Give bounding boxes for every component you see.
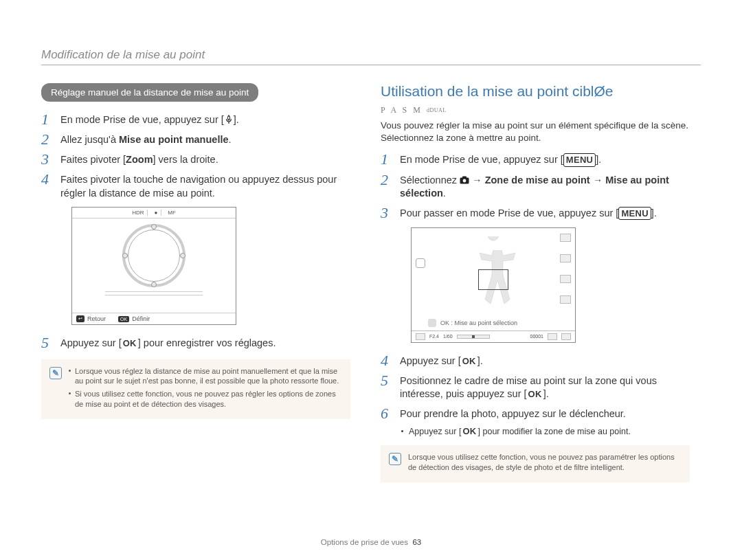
macro-icon (224, 115, 234, 124)
overlay-icon (416, 258, 425, 268)
step-number: 6 (381, 405, 393, 421)
step-number: 5 (41, 335, 54, 350)
svg-point-2 (463, 179, 466, 182)
camera-icon (460, 176, 469, 184)
ok-button-label: OK (461, 425, 477, 437)
step-5: 5 Appuyez sur [OK] pour enregistrer vos … (41, 335, 350, 350)
navigation-ring-icon (122, 224, 186, 287)
left-column: Réglage manuel de la distance de mise au… (41, 83, 350, 482)
step-number: 3 (381, 205, 393, 221)
sub-bullet: Appuyez sur [OK] pour modifier la zone d… (401, 425, 690, 437)
note-box: ✎ Lorsque vous utilisez cette fonction, … (381, 445, 690, 482)
mode-list: P A S M dDUAL (381, 105, 690, 115)
subsection-pill: Réglage manuel de la distance de mise au… (41, 83, 258, 102)
svg-rect-1 (462, 176, 466, 178)
step-number: 1 (381, 151, 393, 167)
breadcrumb: Modification de la mise au point (41, 48, 701, 62)
step-number: 3 (41, 151, 54, 167)
step-number: 4 (381, 352, 393, 368)
step-number: 4 (41, 171, 54, 200)
section-title: Utilisation de la mise au point ciblØe (381, 83, 690, 100)
note-icon: ✎ (49, 367, 62, 379)
hand-icon (428, 319, 436, 327)
step-6: 6 Pour prendre la photo, appuyez sur le … (381, 405, 690, 421)
ok-button-label: OK (527, 388, 543, 401)
step-1: 1 En mode Prise de vue, appuyez sur [MEN… (381, 151, 690, 167)
page-footer: Options de prise de vues 63 (0, 538, 742, 546)
step-2: 2 Sélectionnez → Zone de mise au point →… (381, 172, 690, 201)
step-number: 5 (381, 372, 393, 401)
step-number: 2 (381, 172, 393, 201)
step-1: 1 En mode Prise de vue, appuyez sur []. (41, 111, 350, 127)
illustration-focus-ring: HDR ● MF ↩Retour OKDéfinir (71, 207, 236, 325)
battery-icon (561, 333, 571, 340)
right-column: Utilisation de la mise au point ciblØe P… (381, 83, 690, 482)
focus-frame-icon (478, 269, 508, 290)
step-3: 3 Pour passer en mode Prise de vue, appu… (381, 205, 690, 221)
step-3: 3 Faites pivoter [Zoom] vers la droite. (41, 151, 350, 167)
step-2: 2 Allez jusqu'à Mise au point manuelle. (41, 131, 350, 147)
menu-button-label: MENU (563, 153, 596, 167)
step-4: 4 Appuyez sur [OK]. (381, 352, 690, 368)
note-icon: ✎ (389, 453, 401, 465)
right-overlay-icons (560, 234, 571, 304)
illustration-focus-selection: OK : Mise au point sélection F2.4 1/60 0… (411, 227, 576, 343)
note-box: ✎ Lorsque vous réglez la distance de mis… (41, 359, 350, 419)
menu-button-label: MENU (618, 207, 651, 221)
step-number: 2 (41, 131, 54, 147)
step-4: 4 Faites pivoter la touche de navigation… (41, 171, 350, 200)
intro-text: Vous pouvez régler la mise au point sur … (381, 120, 690, 144)
camera-mode-icon (416, 333, 425, 340)
ok-button-label: OK (122, 337, 138, 350)
step-5: 5 Positionnez le cadre de mise au point … (381, 372, 690, 401)
ok-button-label: OK (461, 355, 477, 368)
divider (41, 65, 701, 65)
step-number: 1 (41, 111, 54, 127)
sd-card-icon (548, 333, 557, 340)
ev-scale-icon (457, 335, 490, 339)
